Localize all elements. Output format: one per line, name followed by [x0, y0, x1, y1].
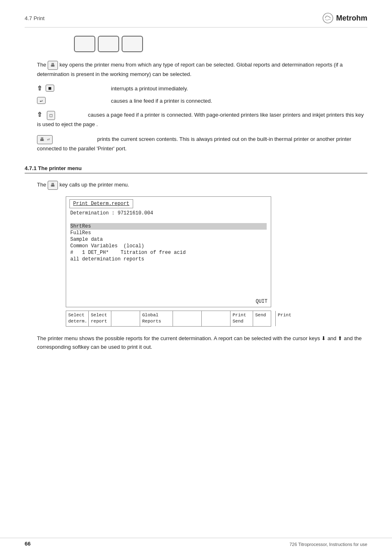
softkey-gr-line2: Reports	[142, 318, 171, 325]
footer-document-title: 726 Titroprocessor, Instructions for use	[289, 542, 367, 547]
line-feed-label: ↵	[37, 97, 111, 104]
conclusion-up-arrow: ⬆	[338, 335, 344, 341]
conclusion-paragraph: The printer menu shows the possible repo…	[25, 334, 367, 352]
screen-line-blank-2	[70, 263, 267, 269]
key-icon-2	[98, 36, 119, 52]
svg-point-0	[323, 13, 333, 23]
print-screen-key: 🖶 ⏎	[37, 135, 53, 144]
screen-quit-label: QUIT	[256, 299, 267, 304]
section-4-7-1-title: 4.7.1 The printer menu	[25, 165, 82, 171]
printer-menu-the: The	[37, 182, 48, 188]
intro-text: key opens the printer menu from which an…	[37, 62, 343, 77]
screen-line-all: all determination reports	[70, 256, 267, 263]
screen-line-shrtres: ShrtRes	[70, 223, 267, 230]
page-feed-key: □	[47, 111, 55, 120]
shift-interrupt-text: interrupts a printout immediately.	[111, 85, 367, 93]
screen-line-sample: Sample data	[70, 236, 267, 243]
key-icons-illustration	[74, 36, 367, 52]
softkey-p-line2	[278, 318, 296, 325]
softkey-sr-line2: report	[91, 318, 109, 325]
softkey-sr-line1: Select	[91, 312, 109, 318]
page-feed-paragraph: ⇧ □ causes a page feed if a printer is c…	[25, 110, 367, 129]
softkey-ps-line1: Print	[233, 312, 251, 318]
printer-menu-key: 🖶	[48, 181, 58, 190]
screen-line-blank-3	[70, 269, 267, 276]
page: 4.7 Print Metrohm The 🖶 key opens the pr…	[0, 0, 392, 555]
softkey-select-report[interactable]: Select report	[89, 311, 111, 326]
section-title: 4.7 Print	[25, 15, 44, 21]
screen-line-fullres: FullRes	[70, 230, 267, 236]
print-key-inline: 🖶	[48, 61, 58, 70]
shift-icon-2: ⇧	[37, 111, 42, 118]
stop-key: ■	[46, 85, 54, 92]
key-icon-3	[122, 36, 143, 52]
screen-line-1: Determination : 97121610.004	[70, 210, 267, 216]
softkey-s-line2	[255, 318, 273, 325]
page-footer: 66 726 Titroprocessor, Instructions for …	[0, 538, 392, 547]
softkey-empty-1	[111, 311, 140, 326]
shift-icon-1: ⇧	[37, 85, 42, 92]
softkey-ps-line2: Send	[233, 318, 251, 325]
softkey-send[interactable]: Send	[253, 311, 276, 326]
print-screen-paragraph: 🖶 ⏎ prints the current screen contents. …	[25, 135, 367, 153]
intro-the: The	[37, 62, 48, 68]
logo-text: Metrohm	[336, 14, 367, 23]
softkey-sd-line2: determ.	[68, 318, 86, 325]
screen-mockup: Print Determ.report Determination : 9712…	[66, 196, 271, 307]
screen-line-blank-1	[70, 216, 267, 223]
softkey-sd-line1: Select	[68, 312, 86, 318]
print-screen-text: prints the current screen contents. This…	[37, 136, 351, 152]
line-feed-row: ↵ causes a line feed if a printer is con…	[25, 97, 367, 106]
intro-paragraph: The 🖶 key opens the printer menu from wh…	[25, 60, 367, 79]
shift-interrupt-row: ⇧ ■ interrupts a printout immediately.	[25, 85, 367, 93]
page-feed-text: causes a page feed if a printer is conne…	[37, 112, 364, 127]
metrohm-logo-icon	[322, 12, 334, 24]
softkey-print[interactable]: Print	[276, 311, 298, 326]
conclusion-text: The printer menu shows the possible repo…	[37, 335, 320, 341]
screen-line-blank-4	[70, 276, 267, 282]
section-4-7-1-heading: 4.7.1 The printer menu	[25, 165, 367, 173]
page-number: 66	[25, 541, 30, 547]
screen-content: Determination : 97121610.004 ShrtRes Ful…	[66, 208, 271, 307]
softkey-p-line1: Print	[278, 312, 296, 318]
softkey-global-reports[interactable]: Global Reports	[140, 311, 173, 326]
line-feed-key: ↵	[37, 97, 46, 104]
logo-area: Metrohm	[322, 12, 367, 24]
printer-menu-intro-text: key calls up the printer menu.	[60, 182, 129, 188]
softkey-s-line1: Send	[255, 312, 273, 318]
key-icon-1	[74, 36, 95, 52]
line-feed-text: causes a line feed if a printer is conne…	[111, 97, 367, 106]
conclusion-down-arrow: ⬇	[321, 335, 327, 341]
page-header: 4.7 Print Metrohm	[25, 12, 367, 28]
shift-interrupt-label: ⇧ ■	[37, 85, 111, 92]
softkey-empty-2	[173, 311, 202, 326]
printer-menu-intro: The 🖶 key calls up the printer menu.	[25, 181, 367, 190]
softkey-empty-3	[202, 311, 231, 326]
softkey-select-determ[interactable]: Select determ.	[66, 311, 89, 326]
softkey-bar: Select determ. Select report Global Repo…	[66, 311, 271, 327]
softkey-gr-line1: Global	[142, 312, 171, 318]
conclusion-and: and	[327, 335, 337, 341]
softkey-print-send[interactable]: Print Send	[231, 311, 253, 326]
screen-line-det: # 1 DET_PH* Titration of free acid	[70, 249, 267, 256]
printer-menu-wrapper: Print Determ.report Determination : 9712…	[66, 196, 355, 327]
screen-line-common: Common Variables (local)	[70, 243, 267, 249]
screen-title-bar: Print Determ.report	[69, 199, 133, 208]
